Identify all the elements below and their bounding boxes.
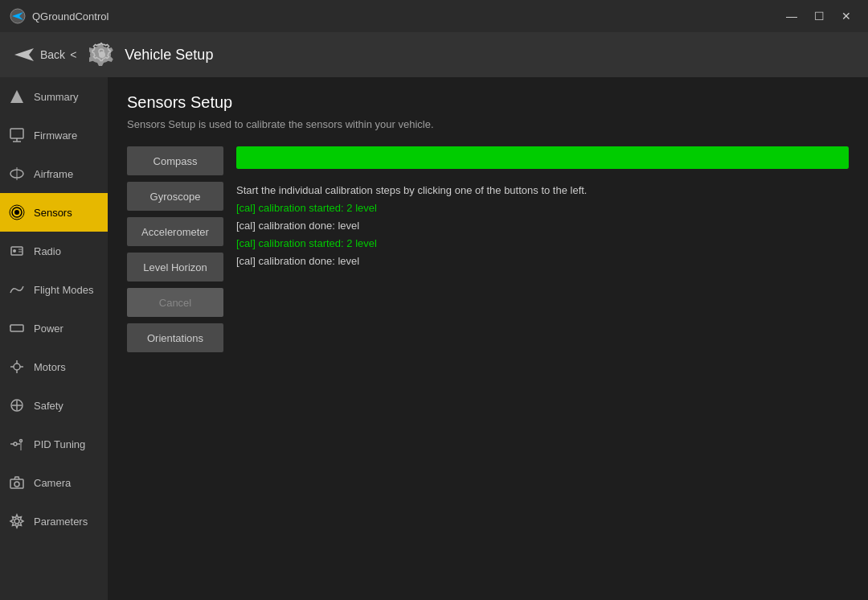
titlebar-left: QGroundControl (10, 8, 108, 24)
accelerometer-button[interactable]: Accelerometer (127, 217, 223, 246)
sidebar-item-parameters[interactable]: Parameters (0, 502, 108, 540)
log-entry: [cal] calibration done: level (236, 217, 849, 235)
sidebar-item-flight-modes[interactable]: Flight Modes (0, 270, 108, 309)
page-title: Sensors Setup (127, 93, 849, 112)
gear-icon (89, 42, 115, 68)
svg-point-34 (14, 482, 19, 487)
flight-modes-icon (8, 281, 26, 298)
back-plane-icon (13, 43, 35, 66)
svg-point-11 (14, 210, 19, 215)
sidebar-label-pid-tuning: PID Tuning (34, 438, 85, 450)
header-title: Vehicle Setup (125, 47, 213, 64)
sensors-layout: CompassGyroscopeAccelerometerLevel Horiz… (127, 146, 849, 352)
parameters-icon (8, 512, 26, 530)
sidebar-label-firmware: Firmware (34, 129, 77, 142)
sidebar-label-camera: Camera (34, 477, 71, 489)
titlebar-title: QGroundControl (32, 10, 108, 23)
firmware-icon (8, 126, 26, 144)
back-chevron-icon: < (70, 48, 76, 61)
sidebar-item-firmware[interactable]: Firmware (0, 116, 108, 154)
sidebar-item-summary[interactable]: Summary (0, 77, 108, 116)
calibration-log: Start the individual calibration steps b… (236, 182, 849, 270)
sidebar-label-radio: Radio (34, 245, 61, 257)
sensors-icon (8, 203, 26, 221)
titlebar-controls: — ☐ ✕ (780, 6, 858, 26)
radio-icon (8, 242, 26, 260)
summary-icon (8, 88, 26, 105)
sidebar-label-flight-modes: Flight Modes (34, 284, 93, 296)
sidebar-label-power: Power (34, 323, 63, 335)
sidebar-item-motors[interactable]: Motors (0, 347, 108, 386)
close-button[interactable]: ✕ (834, 6, 858, 26)
log-entry: [cal] calibration started: 2 level (236, 199, 849, 217)
airframe-icon (8, 165, 26, 183)
safety-icon (8, 397, 26, 414)
sidebar-label-safety: Safety (34, 400, 63, 412)
power-icon (8, 319, 26, 337)
gyroscope-button[interactable]: Gyroscope (127, 182, 223, 211)
svg-marker-5 (10, 90, 23, 103)
minimize-button[interactable]: — (780, 6, 804, 26)
log-entry: [cal] calibration done: level (236, 253, 849, 270)
svg-rect-18 (10, 325, 23, 331)
sidebar-label-parameters: Parameters (34, 516, 88, 528)
log-entry: Start the individual calibration steps b… (236, 182, 849, 199)
svg-point-31 (20, 440, 23, 442)
svg-point-29 (14, 442, 17, 446)
svg-marker-2 (14, 48, 34, 61)
motors-icon (8, 358, 26, 376)
app-icon (10, 8, 26, 24)
svg-point-35 (14, 519, 19, 524)
sidebar-item-camera[interactable]: Camera (0, 463, 108, 502)
back-label: Back (40, 48, 65, 61)
header: Back < Vehicle Setup (0, 32, 868, 77)
svg-point-20 (14, 364, 20, 370)
cancel-button: Cancel (127, 288, 223, 317)
svg-rect-6 (10, 129, 23, 138)
sidebar-item-pid-tuning[interactable]: PID Tuning (0, 425, 108, 463)
maximize-button[interactable]: ☐ (807, 6, 831, 26)
sidebar-item-power[interactable]: Power (0, 309, 108, 347)
sidebar-label-sensors: Sensors (34, 207, 72, 219)
back-button[interactable]: Back < (13, 43, 76, 66)
svg-point-15 (13, 249, 16, 253)
orientations-button[interactable]: Orientations (127, 323, 223, 352)
level-horizon-button[interactable]: Level Horizon (127, 253, 223, 282)
sidebar-item-airframe[interactable]: Airframe (0, 154, 108, 193)
main-layout: SummaryFirmwareAirframeSensorsRadioFligh… (0, 77, 868, 600)
sidebar-label-summary: Summary (34, 91, 79, 103)
sidebar: SummaryFirmwareAirframeSensorsRadioFligh… (0, 77, 108, 600)
sidebar-item-radio[interactable]: Radio (0, 232, 108, 270)
sidebar-item-sensors[interactable]: Sensors (0, 193, 108, 232)
content-area: Sensors Setup Sensors Setup is used to c… (108, 77, 868, 600)
log-entry: [cal] calibration started: 2 level (236, 235, 849, 253)
sidebar-label-motors: Motors (34, 361, 66, 373)
camera-icon (8, 474, 26, 491)
compass-button[interactable]: Compass (127, 146, 223, 175)
sensor-buttons: CompassGyroscopeAccelerometerLevel Horiz… (127, 146, 223, 352)
progress-bar-fill (236, 146, 849, 169)
titlebar: QGroundControl — ☐ ✕ (0, 0, 868, 32)
sidebar-label-airframe: Airframe (34, 168, 73, 180)
pid-tuning-icon (8, 435, 26, 453)
sidebar-item-safety[interactable]: Safety (0, 386, 108, 425)
page-subtitle: Sensors Setup is used to calibrate the s… (127, 118, 849, 130)
progress-bar (236, 146, 849, 169)
sensor-right: Start the individual calibration steps b… (236, 146, 849, 270)
